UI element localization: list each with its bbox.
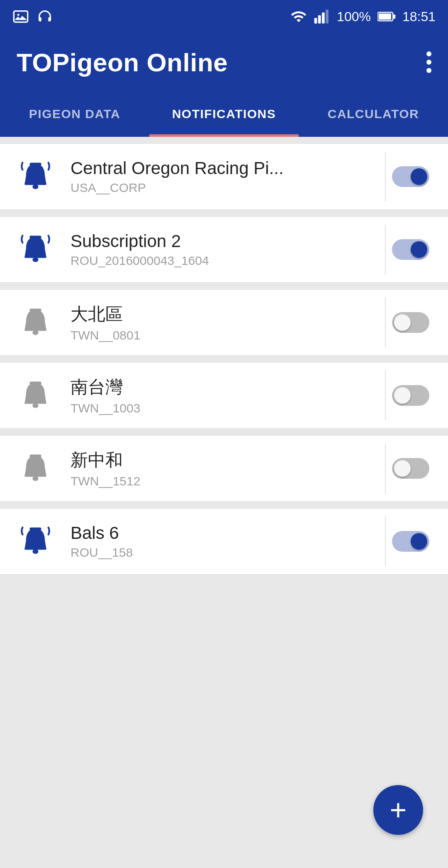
notification-toggle[interactable] xyxy=(386,239,436,260)
notification-title: Subscription 2 xyxy=(71,231,373,251)
image-icon xyxy=(12,8,29,25)
toggle-thumb xyxy=(411,533,427,550)
notification-subtitle: TWN__1003 xyxy=(71,401,373,415)
notification-info: Bals 6 ROU__158 xyxy=(58,515,385,568)
notification-info: 南台灣 TWN__1003 xyxy=(58,367,385,424)
notification-info: 大北區 TWN__0801 xyxy=(58,294,385,351)
add-icon: + xyxy=(390,795,407,824)
svg-rect-14 xyxy=(29,308,41,311)
svg-rect-0 xyxy=(14,11,27,22)
bell-icon xyxy=(18,159,53,194)
notification-bell xyxy=(12,524,58,559)
app-title: TOPigeon Online xyxy=(17,48,228,77)
notification-bell xyxy=(12,305,58,340)
svg-rect-18 xyxy=(29,454,41,457)
tab-calculator[interactable]: CALCULATOR xyxy=(299,91,448,137)
bell-icon xyxy=(18,524,53,559)
toggle-switch[interactable] xyxy=(392,531,429,552)
svg-point-1 xyxy=(17,14,19,16)
notifications-list: Central Oregon Racing Pi... USA__CORP xyxy=(0,137,448,588)
battery-text: 100% xyxy=(337,9,371,24)
bell-icon xyxy=(18,451,53,486)
svg-point-11 xyxy=(32,257,38,262)
wifi-icon xyxy=(290,8,307,25)
notification-info: Central Oregon Racing Pi... USA__CORP xyxy=(58,150,385,203)
svg-rect-20 xyxy=(29,527,41,530)
list-item: 南台灣 TWN__1003 xyxy=(0,362,448,429)
bell-icon xyxy=(18,305,53,340)
time-text: 18:51 xyxy=(402,9,436,24)
list-item: Central Oregon Racing Pi... USA__CORP xyxy=(0,143,448,210)
toggle-thumb xyxy=(411,241,427,258)
notification-subtitle: TWN__0801 xyxy=(71,328,373,342)
tab-bar: PIGEON DATA NOTIFICATIONS CALCULATOR xyxy=(0,91,448,137)
status-bar-left xyxy=(12,8,53,25)
svg-rect-5 xyxy=(326,10,329,23)
svg-rect-3 xyxy=(318,15,321,24)
notification-bell xyxy=(12,159,58,194)
svg-rect-2 xyxy=(314,18,317,23)
battery-icon xyxy=(377,8,396,25)
status-bar: 100% 18:51 xyxy=(0,0,448,33)
tab-pigeon-data[interactable]: PIGEON DATA xyxy=(0,91,149,137)
toolbar: TOPigeon Online xyxy=(0,33,448,91)
bell-icon xyxy=(18,232,53,267)
notification-subtitle: ROU__158 xyxy=(71,546,373,560)
notification-toggle[interactable] xyxy=(386,166,436,187)
toggle-thumb xyxy=(411,168,427,185)
svg-point-13 xyxy=(32,330,38,335)
tab-notifications[interactable]: NOTIFICATIONS xyxy=(149,91,299,137)
toggle-thumb xyxy=(394,387,411,404)
toggle-switch[interactable] xyxy=(392,458,429,479)
notification-info: Subscription 2 ROU_2016000043_1604 xyxy=(58,223,385,276)
notification-bell xyxy=(12,232,58,267)
notification-title: 大北區 xyxy=(71,303,373,326)
toggle-thumb xyxy=(394,460,411,477)
more-options-button[interactable] xyxy=(426,51,431,73)
toggle-switch[interactable] xyxy=(392,166,429,187)
list-item: 大北區 TWN__0801 xyxy=(0,289,448,356)
add-button[interactable]: + xyxy=(373,785,423,835)
notification-info: 新中和 TWN__1512 xyxy=(58,440,385,497)
svg-rect-8 xyxy=(378,13,391,19)
svg-rect-10 xyxy=(29,162,41,165)
svg-rect-16 xyxy=(29,381,41,384)
notification-toggle[interactable] xyxy=(386,458,436,479)
notification-subtitle: TWN__1512 xyxy=(71,474,373,488)
notification-toggle[interactable] xyxy=(386,385,436,406)
notification-bell xyxy=(12,378,58,413)
svg-point-19 xyxy=(32,549,38,553)
svg-point-17 xyxy=(32,476,38,480)
notification-toggle[interactable] xyxy=(386,312,436,333)
notification-title: 新中和 xyxy=(71,449,373,472)
status-bar-right: 100% 18:51 xyxy=(290,8,436,25)
toggle-thumb xyxy=(394,314,411,331)
notification-title: Central Oregon Racing Pi... xyxy=(71,158,373,178)
list-item: 新中和 TWN__1512 xyxy=(0,435,448,502)
headphone-icon xyxy=(37,8,53,25)
svg-rect-7 xyxy=(393,15,395,19)
notification-subtitle: USA__CORP xyxy=(71,181,373,195)
toggle-switch[interactable] xyxy=(392,312,429,333)
toggle-switch[interactable] xyxy=(392,239,429,260)
svg-rect-12 xyxy=(29,235,41,238)
list-item: Subscription 2 ROU_2016000043_1604 xyxy=(0,216,448,283)
svg-rect-4 xyxy=(322,12,325,24)
bell-icon xyxy=(18,378,53,413)
notification-title: Bals 6 xyxy=(71,523,373,543)
signal-icon xyxy=(314,8,330,25)
notification-subtitle: ROU_2016000043_1604 xyxy=(71,254,373,268)
notification-title: 南台灣 xyxy=(71,376,373,399)
toggle-switch[interactable] xyxy=(392,385,429,406)
notification-bell xyxy=(12,451,58,486)
notification-toggle[interactable] xyxy=(386,531,436,552)
svg-point-15 xyxy=(32,403,38,407)
svg-point-9 xyxy=(32,184,38,189)
list-item: Bals 6 ROU__158 xyxy=(0,508,448,575)
